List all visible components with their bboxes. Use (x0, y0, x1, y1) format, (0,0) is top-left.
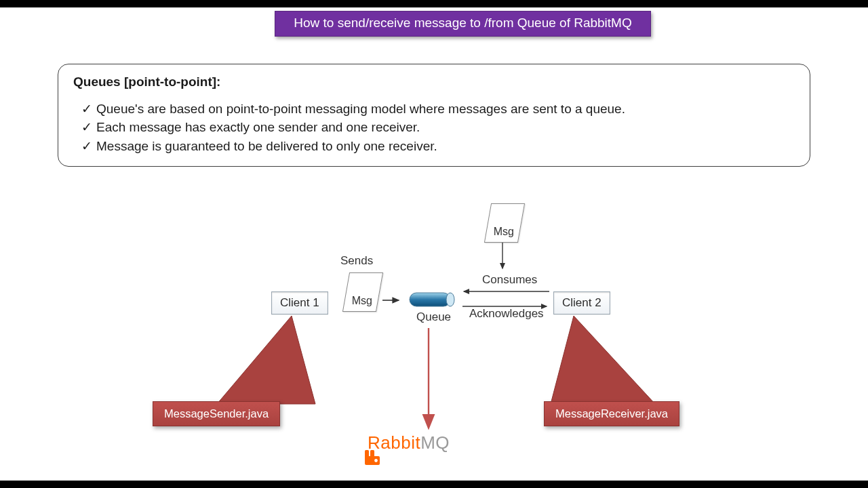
svg-marker-0 (217, 316, 315, 404)
queue-label: Queue (416, 310, 451, 324)
message-label: Msg (352, 295, 372, 307)
pointer-left (210, 316, 319, 407)
svg-point-3 (446, 293, 454, 306)
letterbox-top (0, 0, 868, 7)
pointer-right (547, 316, 660, 407)
letterbox-bottom (0, 481, 868, 488)
svg-point-12 (374, 459, 378, 462)
arrow-msg2-down-icon (498, 241, 507, 275)
slide-title: How to send/receive message to /from Que… (275, 11, 651, 37)
arrow-to-logo-icon (419, 325, 446, 434)
arrow-consumes-icon (458, 287, 553, 296)
bullet-item: Queue's are based on point-to-point mess… (73, 100, 795, 119)
panel-heading: Queues [point-to-point]: (73, 73, 795, 92)
sends-label: Sends (340, 254, 373, 268)
svg-marker-1 (551, 316, 655, 404)
consumes-label: Consumes (482, 273, 537, 287)
queue-cylinder-icon (406, 291, 454, 306)
rabbitmq-logo: RabbitMQ (365, 432, 450, 453)
svg-rect-2 (410, 293, 450, 306)
bullet-list: Queue's are based on point-to-point mess… (73, 100, 795, 156)
message-icon-1: Msg (342, 272, 383, 312)
arrow-ack-icon (458, 302, 553, 310)
queue-diagram: Client 1 Client 2 Msg Msg Sends Consumes… (0, 197, 868, 481)
arrow-send-icon (382, 296, 406, 305)
callout-message-sender: MessageSender.java (153, 401, 280, 426)
bullet-item: Message is guaranteed to be delivered to… (73, 137, 795, 156)
client-1-box: Client 1 (271, 291, 328, 314)
content-panel: Queues [point-to-point]: Queue's are bas… (58, 64, 810, 167)
callout-message-receiver: MessageReceiver.java (544, 401, 679, 426)
message-label: Msg (494, 226, 514, 238)
bullet-item: Each message has exactly one sender and … (73, 118, 795, 137)
client-2-box: Client 2 (553, 291, 610, 314)
message-icon-2: Msg (484, 203, 525, 243)
logo-text-mq: MQ (420, 432, 450, 453)
